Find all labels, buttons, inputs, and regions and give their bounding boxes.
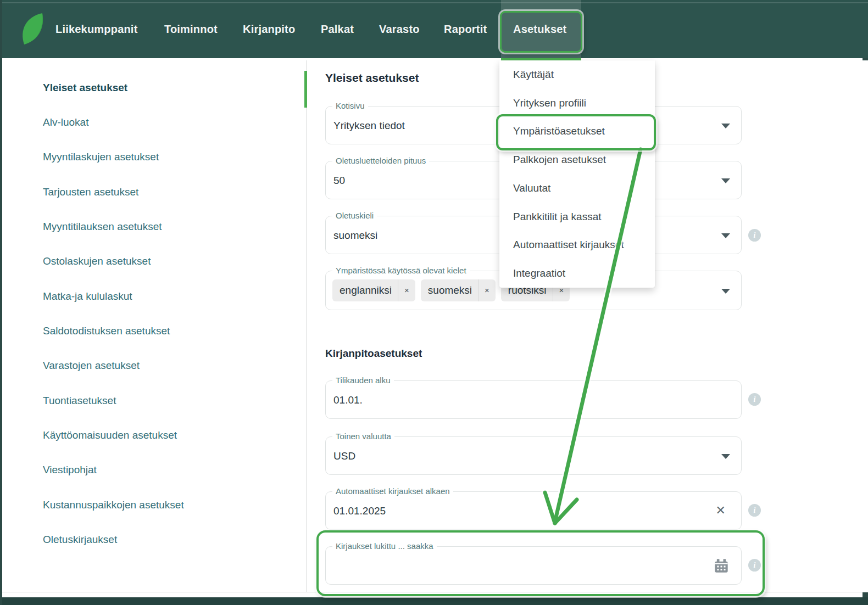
field-label: Tilikauden alku [332, 376, 394, 385]
footer-bar [2, 597, 868, 605]
app-window: Liikekumppanit Toiminnot Kirjanpito Palk… [0, 0, 868, 605]
chip-label: englanniksi [340, 284, 392, 296]
chip-remove-icon[interactable]: × [398, 279, 415, 301]
field-toinen-valuutta[interactable]: Toinen valuutta USD [325, 436, 742, 475]
settings-sidebar: Yleiset asetukset Alv-luokat Myyntilasku… [4, 70, 304, 557]
field-label: Automaattiset kirjaukset alkaen [332, 486, 453, 496]
nav-item-raportit[interactable]: Raportit [444, 0, 487, 58]
chip-label: suomeksi [428, 284, 472, 296]
top-navigation-bar: Liikekumppanit Toiminnot Kirjanpito Palk… [2, 0, 868, 58]
sidebar-item-kustannuspaikkojen-asetukset[interactable]: Kustannuspaikkojen asetukset [4, 488, 304, 522]
field-label: Ympäristössä käytössä olevat kielet [332, 266, 470, 275]
info-icon[interactable]: i [748, 559, 761, 572]
nav-item-kirjanpito[interactable]: Kirjanpito [243, 0, 295, 58]
info-icon[interactable]: i [748, 504, 761, 517]
field-value: Yrityksen tiedot [333, 120, 405, 132]
sidebar-item-matka-ja-kululaskut[interactable]: Matka-ja kululaskut [4, 279, 304, 313]
field-label: Oletusluetteloiden pituus [332, 156, 429, 165]
sidebar-item-saldotodistuksen-asetukset[interactable]: Saldotodistuksen asetukset [4, 313, 304, 348]
chevron-down-icon[interactable] [721, 289, 730, 294]
field-value: suomeksi [333, 229, 377, 242]
menu-item-integraatiot[interactable]: Integraatiot [499, 259, 655, 288]
sidebar-active-indicator [304, 71, 307, 108]
menu-item-palkkojen-asetukset[interactable]: Palkkojen asetukset [499, 145, 655, 174]
menu-item-ymparistoasetukset[interactable]: Ympäristöasetukset [499, 117, 655, 146]
section-title-kirjanpitoasetukset: Kirjanpitoasetukset [325, 348, 422, 360]
info-icon[interactable]: i [748, 229, 761, 242]
field-value: USD [333, 450, 355, 462]
sidebar-item-kayttoomaisuuden-asetukset[interactable]: Käyttöomaisuuden asetukset [4, 418, 304, 452]
field-label: Kirjaukset lukittu ... saakka [332, 541, 437, 551]
field-value: 50 [333, 175, 345, 187]
menu-item-automaattiset-kirjaukset[interactable]: Automaattiset kirjaukset [499, 231, 655, 260]
sidebar-item-tarjousten-asetukset[interactable]: Tarjousten asetukset [4, 175, 304, 209]
calendar-icon[interactable] [714, 558, 729, 574]
chip-englanniksi: englanniksi× [332, 279, 415, 301]
sidebar-divider [306, 60, 307, 592]
sidebar-item-myyntitilauksen-asetukset[interactable]: Myyntitilauksen asetukset [4, 209, 304, 244]
menu-item-valuutat[interactable]: Valuutat [499, 174, 655, 203]
nav-item-toiminnot[interactable]: Toiminnot [164, 0, 218, 58]
asetukset-dropdown-menu: Käyttäjät Yrityksen profiili Ympäristöas… [499, 60, 655, 288]
chip-remove-icon[interactable]: × [478, 279, 496, 301]
menu-item-kayttajat[interactable]: Käyttäjät [499, 60, 655, 89]
field-label: Kotisivu [332, 101, 368, 110]
page-title: Yleiset asetukset [325, 71, 419, 85]
sidebar-item-alv-luokat[interactable]: Alv-luokat [4, 105, 304, 139]
menu-item-yrityksen-profiili[interactable]: Yrityksen profiili [499, 89, 655, 117]
brand-leaf-icon[interactable] [19, 12, 46, 46]
sidebar-item-oletuskirjaukset[interactable]: Oletuskirjaukset [4, 522, 304, 557]
sidebar-item-varastojen-asetukset[interactable]: Varastojen asetukset [4, 349, 304, 383]
nav-item-varasto[interactable]: Varasto [379, 0, 420, 58]
clear-icon[interactable]: ✕ [716, 503, 726, 518]
field-label: Toinen valuutta [332, 432, 394, 441]
field-kirjaukset-lukittu-saakka[interactable]: Kirjaukset lukittu ... saakka [325, 546, 742, 585]
nav-item-asetukset[interactable]: Asetukset [513, 0, 566, 58]
nav-item-palkat[interactable]: Palkat [321, 0, 354, 58]
field-label: Oletuskieli [332, 211, 377, 220]
chevron-down-icon[interactable] [721, 124, 730, 128]
chevron-down-icon[interactable] [721, 454, 730, 459]
field-tilikauden-alku[interactable]: Tilikauden alku 01.01. [325, 380, 742, 419]
sidebar-item-viestipohjat[interactable]: Viestipohjat [4, 453, 304, 488]
sidebar-item-ostolaskujen-asetukset[interactable]: Ostolaskujen asetukset [4, 244, 304, 279]
field-value: 01.01.2025 [333, 505, 386, 517]
sidebar-item-myyntilaskujen-asetukset[interactable]: Myyntilaskujen asetukset [4, 140, 304, 175]
menu-item-pankkitilit-ja-kassat[interactable]: Pankkitilit ja kassat [499, 203, 655, 231]
chevron-down-icon[interactable] [721, 178, 730, 183]
info-icon[interactable]: i [748, 393, 761, 406]
chip-suomeksi: suomeksi× [421, 279, 496, 301]
field-value: 01.01. [333, 394, 363, 406]
sidebar-item-yleiset-asetukset[interactable]: Yleiset asetukset [4, 70, 304, 105]
content-bottom-divider [2, 592, 868, 592]
field-automaattiset-kirjaukset-alkaen[interactable]: Automaattiset kirjaukset alkaen 01.01.20… [325, 491, 742, 530]
sidebar-item-tuontiasetukset[interactable]: Tuontiasetukset [4, 383, 304, 418]
nav-item-liikekumppanit[interactable]: Liikekumppanit [55, 0, 138, 58]
chevron-down-icon[interactable] [721, 233, 730, 238]
